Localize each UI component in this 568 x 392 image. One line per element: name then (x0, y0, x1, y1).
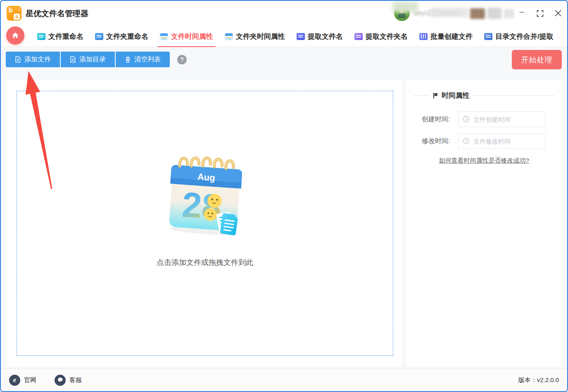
tab-label: 文件重命名 (48, 32, 83, 41)
tab-folder-time[interactable]: 文件夹时间属性 (219, 26, 291, 47)
panel-header: 时间属性 (414, 91, 555, 100)
tab-bar-tabs: 文件重命名文件夹重命名文件时间属性文件夹时间属性提取文件名提取文件夹名批量创建文… (31, 26, 565, 47)
browser-e-icon: e (9, 375, 20, 386)
redaction-blur (392, 2, 418, 12)
footer: e 官网 客服 版本：v2.2.0.0 (1, 368, 567, 391)
app-window: b ⤵ a 星优文件名管理器 deyiZZZe9vd0 – (0, 0, 568, 392)
modified-time-field: 修改时间: (422, 133, 546, 149)
maximize-icon (536, 9, 544, 18)
customer-service-label: 客服 (69, 376, 82, 384)
add-directory-button[interactable]: 添加目录 (61, 52, 115, 67)
maximize-button[interactable] (531, 5, 549, 21)
add-file-label: 添加文件 (24, 55, 51, 64)
tab-folder-rename[interactable]: 文件夹重命名 (89, 26, 154, 47)
tab-label: 文件夹时间属性 (236, 32, 285, 41)
merge-extract-icon (484, 33, 492, 40)
created-time-field: 创建时间: (422, 111, 546, 127)
clear-list-button[interactable]: 清空列表 (116, 52, 170, 67)
tab-bar: 文件重命名文件夹重命名文件时间属性文件夹时间属性提取文件名提取文件夹名批量创建文… (1, 26, 567, 47)
modified-time-label: 修改时间: (422, 137, 458, 146)
app-logo-icon: b ⤵ a (7, 6, 21, 21)
home-icon (11, 31, 19, 40)
file-icon (15, 56, 21, 63)
time-attribute-help-link[interactable]: 如何查看时间属性是否修改成功? (439, 157, 529, 164)
title-bar: b ⤵ a 星优文件名管理器 deyiZZZe9vd0 – (1, 1, 567, 26)
add-file-button[interactable]: 添加文件 (6, 52, 60, 67)
folder-time-icon (225, 33, 233, 40)
flag-icon (433, 92, 439, 99)
chat-bubble-icon (55, 375, 66, 386)
tab-batch-create-file[interactable]: 批量创建文件 (414, 26, 478, 47)
clock-icon (463, 137, 470, 144)
help-button[interactable]: ? (177, 55, 187, 64)
svg-text:Aug: Aug (197, 172, 215, 183)
close-button[interactable] (549, 5, 567, 21)
tab-label: 提取文件夹名 (366, 32, 408, 41)
clock-icon (463, 116, 470, 123)
extract-file-name-icon (297, 33, 305, 40)
dropzone-hint: 点击添加文件或拖拽文件到此 (157, 257, 253, 267)
modified-time-input[interactable] (458, 133, 546, 149)
calendar-illustration: Aug (164, 151, 246, 236)
redaction-blur (430, 7, 468, 17)
official-website-label: 官网 (24, 376, 36, 384)
tab-label: 目录文件合并/提取 (495, 32, 554, 41)
minimize-icon: – (519, 7, 524, 17)
tab-file-rename[interactable]: 文件重命名 (31, 26, 89, 47)
add-directory-label: 添加目录 (79, 55, 106, 64)
panel-title: 时间属性 (433, 91, 470, 100)
trash-icon (125, 56, 131, 63)
content-region: 添加文件 添加目录 清空列表 ? 开始处理 (1, 47, 567, 368)
close-icon (554, 9, 562, 17)
created-time-input[interactable] (458, 111, 546, 127)
file-time-icon (160, 33, 168, 40)
redaction-blur (470, 8, 485, 19)
start-processing-button[interactable]: 开始处理 (512, 50, 562, 69)
tab-label: 文件时间属性 (171, 32, 213, 41)
home-button[interactable] (6, 26, 24, 45)
file-dropzone[interactable]: Aug (17, 91, 393, 356)
time-attributes-panel: 时间属性 创建时间: 修改时间: (406, 80, 562, 366)
tab-merge-extract[interactable]: 目录文件合并/提取 (478, 26, 559, 47)
tab-extract-file-name[interactable]: 提取文件名 (291, 26, 349, 47)
tab-extract-folder-name[interactable]: 提取文件夹名 (349, 26, 414, 47)
minimize-button[interactable]: – (513, 5, 531, 21)
app-title: 星优文件名管理器 (26, 8, 88, 19)
tab-label: 文件夹重命名 (106, 32, 148, 41)
file-rename-icon (37, 33, 45, 40)
toolbar: 添加文件 添加目录 清空列表 ? (6, 52, 187, 67)
folder-rename-icon (95, 33, 103, 40)
created-time-label: 创建时间: (422, 115, 458, 124)
version-label: 版本：v2.2.0.0 (518, 376, 559, 384)
clear-list-label: 清空列表 (134, 55, 161, 64)
question-icon: ? (180, 56, 184, 63)
extract-folder-name-icon (354, 33, 363, 40)
tab-label: 提取文件名 (308, 32, 343, 41)
tab-label: 批量创建文件 (430, 32, 473, 41)
redaction-blur (487, 7, 501, 19)
tab-file-time[interactable]: 文件时间属性 (154, 26, 219, 47)
official-website-button[interactable]: e 官网 (9, 375, 36, 386)
toolbar-button-group: 添加文件 添加目录 清空列表 (6, 52, 170, 67)
customer-service-button[interactable]: 客服 (55, 375, 82, 386)
batch-create-file-icon (419, 33, 428, 40)
file-icon (70, 56, 76, 63)
window-controls: – (513, 1, 567, 26)
file-list-panel: Aug (6, 80, 402, 366)
